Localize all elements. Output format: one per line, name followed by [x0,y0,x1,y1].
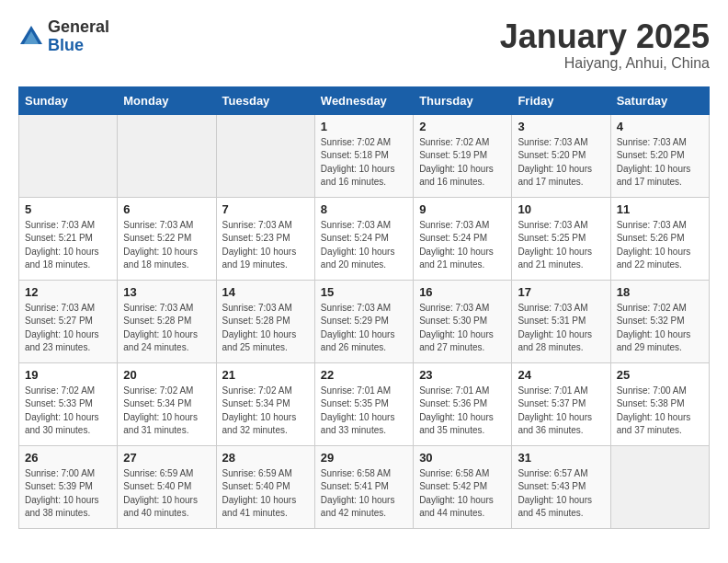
day-cell [19,114,118,197]
header-friday: Friday [512,86,610,114]
day-cell [216,114,314,197]
page-header: General Blue January 2025 Haiyang, Anhui… [18,18,710,72]
day-cell: 14Sunrise: 7:03 AM Sunset: 5:28 PM Dayli… [216,280,314,362]
day-number: 7 [222,202,309,216]
day-cell: 10Sunrise: 7:03 AM Sunset: 5:25 PM Dayli… [512,197,610,280]
day-info: Sunrise: 7:01 AM Sunset: 5:36 PM Dayligh… [419,385,506,438]
day-cell: 16Sunrise: 7:03 AM Sunset: 5:30 PM Dayli… [414,280,512,362]
day-number: 19 [25,368,111,382]
header-thursday: Thursday [414,86,512,114]
day-cell: 2Sunrise: 7:02 AM Sunset: 5:19 PM Daylig… [414,114,512,197]
title-block: January 2025 Haiyang, Anhui, China [500,18,710,72]
day-info: Sunrise: 7:02 AM Sunset: 5:34 PM Dayligh… [123,385,210,438]
day-info: Sunrise: 7:03 AM Sunset: 5:21 PM Dayligh… [25,219,111,272]
day-info: Sunrise: 7:02 AM Sunset: 5:18 PM Dayligh… [321,136,407,190]
day-info: Sunrise: 7:02 AM Sunset: 5:33 PM Dayligh… [25,385,111,438]
day-number: 30 [419,451,506,465]
week-row-3: 12Sunrise: 7:03 AM Sunset: 5:27 PM Dayli… [19,280,710,362]
day-cell: 1Sunrise: 7:02 AM Sunset: 5:18 PM Daylig… [314,114,413,197]
day-cell: 9Sunrise: 7:03 AM Sunset: 5:24 PM Daylig… [414,197,512,280]
calendar-subtitle: Haiyang, Anhui, China [500,55,710,72]
day-number: 13 [123,285,210,299]
logo-blue: Blue [48,37,109,55]
day-number: 2 [419,120,506,133]
day-number: 17 [518,285,604,299]
day-info: Sunrise: 7:03 AM Sunset: 5:24 PM Dayligh… [419,219,506,272]
day-info: Sunrise: 6:57 AM Sunset: 5:43 PM Dayligh… [518,467,604,521]
day-number: 18 [617,285,703,299]
day-cell: 31Sunrise: 6:57 AM Sunset: 5:43 PM Dayli… [512,445,610,528]
day-cell: 27Sunrise: 6:59 AM Sunset: 5:40 PM Dayli… [118,445,216,528]
logo: General Blue [18,18,109,55]
day-number: 29 [321,451,407,465]
day-info: Sunrise: 7:00 AM Sunset: 5:38 PM Dayligh… [617,385,703,438]
day-number: 5 [25,202,111,216]
day-cell: 23Sunrise: 7:01 AM Sunset: 5:36 PM Dayli… [414,362,512,445]
day-info: Sunrise: 7:03 AM Sunset: 5:26 PM Dayligh… [617,219,703,272]
day-number: 10 [518,202,604,216]
day-number: 1 [321,120,407,133]
day-info: Sunrise: 7:03 AM Sunset: 5:23 PM Dayligh… [222,219,309,272]
day-cell: 25Sunrise: 7:00 AM Sunset: 5:38 PM Dayli… [610,362,709,445]
week-row-5: 26Sunrise: 7:00 AM Sunset: 5:39 PM Dayli… [19,445,710,528]
logo-icon [18,24,44,50]
day-cell: 24Sunrise: 7:01 AM Sunset: 5:37 PM Dayli… [512,362,610,445]
day-info: Sunrise: 7:03 AM Sunset: 5:25 PM Dayligh… [518,219,604,272]
calendar-table: SundayMondayTuesdayWednesdayThursdayFrid… [18,86,710,529]
day-cell [610,445,709,528]
day-number: 22 [321,368,407,382]
day-number: 15 [321,285,407,299]
header-monday: Monday [118,86,216,114]
day-cell: 29Sunrise: 6:58 AM Sunset: 5:41 PM Dayli… [314,445,413,528]
day-number: 14 [222,285,309,299]
day-number: 11 [617,202,703,216]
day-number: 6 [123,202,210,216]
week-row-4: 19Sunrise: 7:02 AM Sunset: 5:33 PM Dayli… [19,362,710,445]
day-info: Sunrise: 6:59 AM Sunset: 5:40 PM Dayligh… [222,467,309,521]
day-number: 12 [25,285,111,299]
day-number: 3 [518,120,604,133]
day-number: 24 [518,368,604,382]
day-info: Sunrise: 7:01 AM Sunset: 5:35 PM Dayligh… [321,385,407,438]
day-number: 27 [123,451,210,465]
day-cell: 22Sunrise: 7:01 AM Sunset: 5:35 PM Dayli… [314,362,413,445]
day-cell: 19Sunrise: 7:02 AM Sunset: 5:33 PM Dayli… [19,362,118,445]
logo-general: General [48,18,109,37]
day-number: 26 [25,451,111,465]
day-cell: 15Sunrise: 7:03 AM Sunset: 5:29 PM Dayli… [314,280,413,362]
day-info: Sunrise: 6:58 AM Sunset: 5:41 PM Dayligh… [321,467,407,521]
day-number: 8 [321,202,407,216]
day-cell [118,114,216,197]
day-number: 31 [518,451,604,465]
day-info: Sunrise: 7:03 AM Sunset: 5:29 PM Dayligh… [321,302,407,355]
day-info: Sunrise: 7:01 AM Sunset: 5:37 PM Dayligh… [518,385,604,438]
day-cell: 20Sunrise: 7:02 AM Sunset: 5:34 PM Dayli… [118,362,216,445]
day-info: Sunrise: 7:02 AM Sunset: 5:34 PM Dayligh… [222,385,309,438]
day-number: 20 [123,368,210,382]
day-cell: 17Sunrise: 7:03 AM Sunset: 5:31 PM Dayli… [512,280,610,362]
day-cell: 5Sunrise: 7:03 AM Sunset: 5:21 PM Daylig… [19,197,118,280]
day-info: Sunrise: 7:03 AM Sunset: 5:20 PM Dayligh… [617,136,703,190]
day-cell: 4Sunrise: 7:03 AM Sunset: 5:20 PM Daylig… [610,114,709,197]
header-sunday: Sunday [19,86,118,114]
day-cell: 12Sunrise: 7:03 AM Sunset: 5:27 PM Dayli… [19,280,118,362]
logo-text: General Blue [48,18,109,55]
day-info: Sunrise: 6:58 AM Sunset: 5:42 PM Dayligh… [419,467,506,521]
day-info: Sunrise: 7:03 AM Sunset: 5:28 PM Dayligh… [123,302,210,355]
calendar-header-row: SundayMondayTuesdayWednesdayThursdayFrid… [19,86,710,114]
day-cell: 18Sunrise: 7:02 AM Sunset: 5:32 PM Dayli… [610,280,709,362]
day-info: Sunrise: 7:00 AM Sunset: 5:39 PM Dayligh… [25,467,111,521]
day-cell: 13Sunrise: 7:03 AM Sunset: 5:28 PM Dayli… [118,280,216,362]
day-cell: 30Sunrise: 6:58 AM Sunset: 5:42 PM Dayli… [414,445,512,528]
day-info: Sunrise: 7:03 AM Sunset: 5:31 PM Dayligh… [518,302,604,355]
day-number: 21 [222,368,309,382]
day-info: Sunrise: 7:03 AM Sunset: 5:24 PM Dayligh… [321,219,407,272]
day-cell: 11Sunrise: 7:03 AM Sunset: 5:26 PM Dayli… [610,197,709,280]
day-info: Sunrise: 7:03 AM Sunset: 5:27 PM Dayligh… [25,302,111,355]
day-number: 28 [222,451,309,465]
day-number: 23 [419,368,506,382]
calendar-title: January 2025 [500,18,710,55]
day-info: Sunrise: 7:02 AM Sunset: 5:19 PM Dayligh… [419,136,506,190]
day-info: Sunrise: 7:03 AM Sunset: 5:20 PM Dayligh… [518,136,604,190]
day-info: Sunrise: 7:03 AM Sunset: 5:22 PM Dayligh… [123,219,210,272]
